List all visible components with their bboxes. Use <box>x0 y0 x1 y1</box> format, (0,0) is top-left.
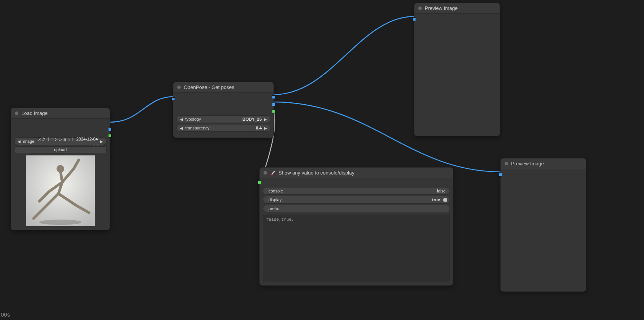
display-toggle[interactable]: display true <box>263 196 450 204</box>
transparency-selector[interactable]: ◀ transparency 0.4 ▶ <box>176 124 270 132</box>
brush-icon <box>270 170 275 176</box>
node-header[interactable]: Preview Image <box>501 158 586 169</box>
svg-point-2 <box>39 220 81 225</box>
output-port-3[interactable] <box>272 110 275 113</box>
input-port-any[interactable] <box>258 181 261 184</box>
node-preview-image-1[interactable]: Preview Image <box>414 3 500 136</box>
node-header[interactable]: Preview Image <box>414 3 500 14</box>
typology-selector[interactable]: ◀ typology BODY_25 ▶ <box>176 115 270 123</box>
prefix-input[interactable]: prefix <box>263 205 450 212</box>
chevron-right-icon[interactable]: ▶ <box>263 117 268 121</box>
collapse-dot-icon[interactable] <box>264 171 267 175</box>
status-text: 00s <box>1 311 10 318</box>
param-label: transparency <box>184 126 211 130</box>
button-label: upload <box>54 147 66 152</box>
input-port-image[interactable] <box>172 97 175 101</box>
node-header[interactable]: OpenPose - Get poses <box>173 82 273 93</box>
param-label: prefix <box>265 206 280 211</box>
toggle-knob-icon <box>443 198 447 202</box>
console-toggle[interactable]: console false <box>263 187 450 195</box>
upload-button[interactable]: upload <box>14 146 107 153</box>
param-value: 0.4 <box>211 126 263 130</box>
node-openpose[interactable]: OpenPose - Get poses ◀ typology BODY_25 … <box>173 82 274 138</box>
node-title: Preview Image <box>511 161 544 166</box>
node-title: OpenPose - Get poses <box>184 84 234 90</box>
node-header[interactable]: Load Image <box>11 108 110 119</box>
node-title: Preview Image <box>425 5 458 11</box>
chevron-left-icon[interactable]: ◀ <box>179 117 184 121</box>
image-selector[interactable]: ◀ image スクリーンショット 2024-12-04 ... ▶ <box>14 137 107 145</box>
output-port-mask[interactable] <box>108 134 112 137</box>
output-port-image[interactable] <box>108 128 112 131</box>
svg-point-1 <box>57 165 64 173</box>
param-label: console <box>265 189 285 193</box>
param-label: display <box>265 197 283 202</box>
param-value: false <box>285 189 447 193</box>
param-value: true <box>283 197 442 202</box>
console-text: false,true, <box>266 217 294 222</box>
chevron-left-icon[interactable]: ◀ <box>179 126 184 130</box>
node-show-value[interactable]: Show any value to console/display consol… <box>259 167 453 286</box>
node-title: Load Image <box>21 110 48 116</box>
console-output: false,true, <box>263 215 450 281</box>
collapse-dot-icon[interactable] <box>15 112 18 115</box>
param-value: BODY_25 <box>202 117 263 121</box>
input-port-image[interactable] <box>499 173 502 176</box>
collapse-dot-icon[interactable] <box>177 86 181 89</box>
node-load-image[interactable]: Load Image ◀ image スクリーンショット 2024-12-04 … <box>11 108 110 230</box>
param-value: スクリーンショット 2024-12-04 ... <box>36 136 99 147</box>
output-port-2[interactable] <box>272 103 275 106</box>
output-port-1[interactable] <box>272 95 275 99</box>
pose-figure-icon <box>26 155 95 226</box>
chevron-right-icon[interactable]: ▶ <box>263 126 268 130</box>
chevron-right-icon[interactable]: ▶ <box>99 139 104 144</box>
collapse-dot-icon[interactable] <box>418 6 422 10</box>
param-label: typology <box>184 117 202 121</box>
collapse-dot-icon[interactable] <box>505 162 508 165</box>
node-preview-image-2[interactable]: Preview Image <box>500 158 586 292</box>
input-port-image[interactable] <box>413 18 416 21</box>
chevron-left-icon[interactable]: ◀ <box>17 139 21 144</box>
node-title: Show any value to console/display <box>278 170 354 176</box>
node-header[interactable]: Show any value to console/display <box>260 168 453 178</box>
param-label: image <box>21 139 36 144</box>
image-thumbnail[interactable] <box>26 155 95 226</box>
